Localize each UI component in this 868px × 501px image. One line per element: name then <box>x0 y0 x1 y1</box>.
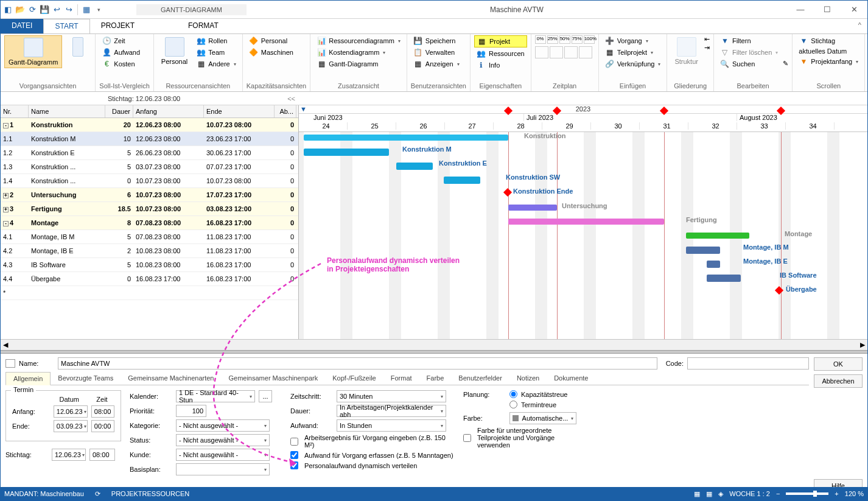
vorgang-button[interactable]: ➕Vorgang▾ <box>603 35 663 46</box>
filter-loeschen-button[interactable]: ▽Filter löschen▾ <box>718 47 780 58</box>
chk-personalaufwand[interactable] <box>290 461 298 469</box>
kalender-select[interactable]: 1 DE - Standard 40-Stun▾ <box>176 390 255 402</box>
col-nr[interactable]: Nr. <box>1 105 29 117</box>
horizontal-scrollbar[interactable]: ◀ ▶ <box>1 339 867 350</box>
verwalten-button[interactable]: 📋Verwalten <box>411 47 462 58</box>
col-dauer[interactable]: Dauer <box>105 105 133 117</box>
details-tab[interactable]: Bevorzugte Teams <box>51 372 121 385</box>
table-row[interactable]: 1.3Konstruktion ...503.07.23 08:0007.07.… <box>1 160 298 174</box>
close-button[interactable]: ✕ <box>841 1 867 18</box>
outdent-icon[interactable]: ⇥ <box>704 44 710 52</box>
kunde-select[interactable]: - Nicht ausgewählt -▾ <box>176 449 270 461</box>
details-tab[interactable]: Gemeinsame Machinenarten <box>121 372 221 385</box>
minimize-button[interactable]: — <box>787 1 814 18</box>
refresh-icon[interactable]: ⟳ <box>95 490 100 498</box>
teilprojekt-button[interactable]: ▦Teilprojekt▾ <box>603 47 663 58</box>
color-swatch[interactable] <box>5 359 15 368</box>
gantt-bar[interactable] <box>508 205 557 211</box>
zoom-100-icon[interactable]: 100% <box>584 35 595 44</box>
marker-icon[interactable]: ◈ <box>718 490 723 498</box>
struktur-button[interactable]: Struktur <box>671 35 702 67</box>
table-row[interactable]: 1.1Konstruktion M1012.06.23 08:0023.06.2… <box>1 132 298 146</box>
gantt-bar[interactable] <box>686 233 749 239</box>
sched-icon[interactable] <box>564 46 578 58</box>
andere-button[interactable]: ▦Andere▾ <box>194 58 238 69</box>
chk-arbeitsergebnis[interactable] <box>290 438 298 446</box>
stichtag-button[interactable]: ▼Stichtag <box>796 35 861 46</box>
resdiag-button[interactable]: 📊Ressourcendiagramm▾ <box>314 35 403 46</box>
details-tab[interactable]: Dokumente <box>547 372 595 385</box>
gantt-bar[interactable] <box>707 275 741 282</box>
zoom-out-button[interactable]: − <box>776 490 780 497</box>
status-select[interactable]: - Nicht ausgewählt -▾ <box>176 434 270 446</box>
gantt-bar[interactable] <box>444 177 480 184</box>
view-more-button[interactable] <box>65 35 91 58</box>
edit-icon[interactable]: ✎ <box>783 60 788 68</box>
prioritaet-input[interactable] <box>176 405 206 417</box>
kostendiag-button[interactable]: 📊Kostendiagramm▾ <box>314 47 403 58</box>
anfang-date[interactable]: 12.06.23▾ <box>54 405 88 418</box>
projekt-button[interactable]: ▦Projekt <box>474 35 527 47</box>
anfang-time[interactable]: 08:00 <box>91 405 114 418</box>
table-row[interactable]: +3Fertigung18.510.07.23 08:0003.08.23 12… <box>1 202 298 216</box>
details-tab[interactable]: Gemeinsamer Maschinenpark <box>221 372 325 385</box>
save-icon[interactable]: 💾 <box>40 5 49 15</box>
zeitplan-toolbar[interactable]: 0% 25% 50% 75% 100% <box>535 35 595 58</box>
ganttdiag-button[interactable]: ▦Gantt-Diagramm <box>314 58 403 69</box>
table-row[interactable]: 1.4Konstruktion ...010.07.23 08:0010.07.… <box>1 174 298 188</box>
zeitschritt-select[interactable]: 30 Minuten▾ <box>337 390 446 402</box>
suchen-button[interactable]: 🔍Suchen <box>718 58 780 69</box>
undo-icon[interactable]: ↩ <box>52 5 61 15</box>
dauer-select[interactable]: In Arbeitstagen(Projektkalender abh▾ <box>337 405 446 417</box>
table-row[interactable]: 4.3IB Software510.08.23 08:0016.08.23 17… <box>1 258 298 272</box>
kalender-browse[interactable]: ... <box>259 390 272 402</box>
ressourcen-button[interactable]: 👥Ressourcen <box>474 48 527 59</box>
gantt-bar[interactable] <box>686 247 720 254</box>
radio-termin[interactable] <box>509 401 517 408</box>
sched-icon[interactable] <box>579 46 592 58</box>
details-tab[interactable]: Allgemein <box>5 372 51 385</box>
chk-farbe-sub[interactable] <box>463 434 471 442</box>
zoom-50-icon[interactable]: 50% <box>559 35 570 44</box>
name-input[interactable] <box>58 357 657 370</box>
abbrechen-button[interactable]: Abbrechen <box>814 374 863 388</box>
view-icon[interactable]: ▦ <box>706 490 712 498</box>
table-row[interactable]: 1.2Konstruktion E526.06.23 08:0030.06.23… <box>1 146 298 160</box>
details-tab[interactable]: Notizen <box>509 372 547 385</box>
stichtag-time[interactable]: 08:00 <box>89 449 115 461</box>
indent-icon[interactable]: ⇤ <box>704 35 710 43</box>
ende-time[interactable]: 00:00 <box>91 420 114 432</box>
ende-date[interactable]: 03.09.23▾ <box>54 420 88 432</box>
kap-maschinen-button[interactable]: 🔶Maschinen <box>247 47 296 58</box>
tab-datei[interactable]: DATEI <box>1 19 43 33</box>
collapse-button[interactable]: << <box>287 95 295 102</box>
zoom-slider[interactable] <box>786 492 828 495</box>
table-row[interactable]: 4.2Montage, IB E210.08.23 08:0011.08.23 … <box>1 244 298 258</box>
table-row[interactable]: +2Untersuchung610.07.23 08:0017.07.23 17… <box>1 188 298 202</box>
gantt-bar[interactable] <box>304 149 389 156</box>
grid-icon[interactable]: ▦ <box>82 5 91 15</box>
zoom-25-icon[interactable]: 25% <box>547 35 558 44</box>
col-ab[interactable]: Ab... <box>275 105 296 117</box>
info-button[interactable]: ℹInfo <box>474 60 527 71</box>
ribbon-collapse-icon[interactable]: ^ <box>852 19 867 33</box>
aufwand-select[interactable]: In Stunden▾ <box>337 419 446 432</box>
code-input[interactable] <box>687 357 809 370</box>
gantt-bar[interactable] <box>304 135 508 141</box>
details-tab[interactable]: Kopf-/Fußzeile <box>325 372 383 385</box>
details-tab[interactable]: Format <box>383 372 419 385</box>
zeit-button[interactable]: 🕒Zeit <box>99 35 142 46</box>
zoom-in-button[interactable]: + <box>835 490 838 497</box>
col-anfang[interactable]: Anfang <box>133 105 204 117</box>
table-row[interactable]: -1Konstruktion2012.06.23 08:0010.07.23 0… <box>1 118 298 132</box>
projektanfang-button[interactable]: ▼Projektanfang▾ <box>796 56 861 67</box>
maximize-button[interactable]: ☐ <box>814 1 841 18</box>
col-ende[interactable]: Ende <box>204 105 275 117</box>
redo-icon[interactable]: ↪ <box>64 5 74 15</box>
gantt-chart[interactable]: 2023 Juni 2023Juli 2023August 2023 24252… <box>299 105 867 339</box>
team-button[interactable]: 👥Team <box>194 47 238 58</box>
aufwand-button[interactable]: 👤Aufwand <box>99 47 142 58</box>
rollen-button[interactable]: 👥Rollen <box>194 35 238 46</box>
view-icon[interactable]: ▦ <box>694 490 700 498</box>
open-icon[interactable]: 📂 <box>15 5 25 15</box>
